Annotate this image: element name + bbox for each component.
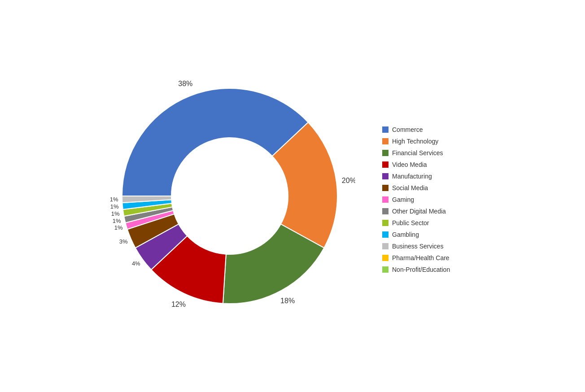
legend-item-0: Commerce (382, 126, 481, 133)
label-financial-services: 18% (280, 297, 295, 305)
legend-item-12: Non-Profit/Education (382, 266, 481, 273)
legend-color-12 (382, 266, 389, 273)
legend-color-3 (382, 161, 389, 168)
legend-label-11: Pharma/Health Care (392, 254, 450, 261)
legend-label-5: Social Media (392, 184, 428, 192)
legend-color-5 (382, 185, 389, 191)
label-other-digital-media: 1% (113, 218, 121, 224)
label-video-media: 12% (171, 301, 186, 308)
legend-color-9 (382, 231, 389, 238)
label-gambling: 1% (110, 203, 119, 210)
legend-label-4: Manufacturing (392, 173, 432, 180)
legend-item-4: Manufacturing (382, 173, 481, 180)
legend-item-9: Gambling (382, 231, 481, 238)
label-business-services: 1% (110, 196, 118, 203)
donut-chart: 38%20%18%12%4%3%1%1%1%1%1% (104, 70, 355, 322)
legend-item-3: Video Media (382, 161, 481, 168)
legend-label-1: High Technology (392, 138, 438, 145)
chart-container: 38%20%18%12%4%3%1%1%1%1%1% CommerceHigh … (95, 61, 490, 331)
legend-color-0 (382, 126, 389, 133)
label-high-technology: 20% (342, 177, 355, 184)
legend-label-9: Gambling (392, 231, 419, 238)
legend-item-7: Other Digital Media (382, 208, 481, 215)
label-social-media: 3% (119, 238, 128, 245)
legend-color-4 (382, 173, 389, 179)
legend-item-2: Financial Services (382, 149, 481, 157)
label-commerce: 38% (178, 80, 192, 87)
legend-color-7 (382, 208, 389, 214)
donut-svg: 38%20%18%12%4%3%1%1%1%1%1% (104, 70, 355, 322)
segment-commerce (122, 88, 308, 196)
legend-label-12: Non-Profit/Education (392, 266, 450, 273)
legend-item-11: Pharma/Health Care (382, 254, 481, 261)
legend-color-2 (382, 150, 389, 156)
legend-label-7: Other Digital Media (392, 208, 446, 215)
legend-item-1: High Technology (382, 138, 481, 145)
legend-color-10 (382, 243, 389, 249)
legend-label-6: Gaming (392, 196, 414, 203)
label-gaming: 1% (114, 224, 123, 231)
legend-color-1 (382, 138, 389, 144)
legend-color-6 (382, 196, 389, 203)
legend-label-10: Business Services (392, 243, 443, 250)
legend-label-3: Video Media (392, 161, 427, 168)
legend-item-8: Public Sector (382, 219, 481, 226)
legend-color-8 (382, 220, 389, 226)
legend-color-11 (382, 255, 389, 261)
legend-item-10: Business Services (382, 243, 481, 250)
label-public-sector: 1% (111, 210, 120, 217)
legend-item-5: Social Media (382, 184, 481, 192)
legend-label-0: Commerce (392, 126, 423, 133)
legend-label-8: Public Sector (392, 219, 429, 226)
label-manufacturing: 4% (132, 260, 140, 267)
legend-item-6: Gaming (382, 196, 481, 203)
chart-legend: CommerceHigh TechnologyFinancial Service… (382, 119, 481, 273)
legend-label-2: Financial Services (392, 149, 443, 157)
